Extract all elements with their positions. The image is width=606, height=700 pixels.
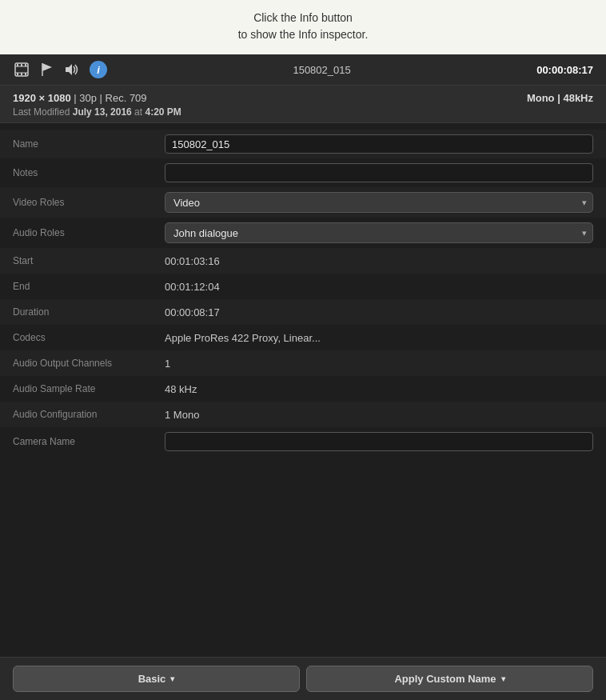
audio-sample-label: Audio Sample Rate [13,383,165,394]
flag-icon [42,62,53,77]
audio-roles-wrapper: Dialogue Music Effects John dialogue ▾ [165,222,593,243]
film-icon [14,62,29,77]
svg-marker-11 [66,64,72,75]
audio-sample-value: 48 kHz [165,383,593,395]
start-row: Start 00:01:03:16 [0,248,606,274]
duration-label: Duration [13,306,165,318]
toolbar-timecode-regular: 00:00:0 [536,64,572,76]
notes-row: Notes [0,158,606,187]
svg-rect-1 [15,66,28,73]
svg-rect-8 [21,73,22,75]
audio-output-value: 1 [165,358,593,370]
resolution: 1920 × 1080 [13,92,71,104]
duration-row: Duration 00:00:08:17 [0,299,606,325]
svg-rect-4 [17,64,18,66]
modified-label: Last Modified [13,106,73,118]
main-wrapper: Click the Info button to show the Info i… [0,0,606,700]
end-value: 00:01:12:04 [165,281,593,293]
basic-chevron-icon: ▾ [170,674,174,683]
end-row: End 00:01:12:04 [0,274,606,299]
name-row: Name [0,130,606,158]
camera-name-input[interactable] [165,432,593,451]
end-label: End [13,281,165,292]
modified-time: 4:20 PM [145,106,181,118]
start-value: 00:01:03:16 [165,255,593,267]
audio-config-label: Audio Configuration [13,409,165,420]
audio-roles-label: Audio Roles [13,227,165,238]
svg-rect-5 [21,64,22,66]
modified-date: July 13, 2016 [73,106,132,118]
meta-bar: 1920 × 1080 | 30p | Rec. 709 Mono | 48kH… [0,86,606,123]
apply-custom-name-button[interactable]: Apply Custom Name ▾ [306,666,593,692]
audio-sample-row: Audio Sample Rate 48 kHz [0,376,606,402]
speaker-icon-btn[interactable] [64,61,82,78]
audio-label: Mono | 48 [527,92,575,104]
toolbar-timecode-bold: 8:17 [572,64,593,76]
modified-at: at [132,106,146,118]
audio-suffix: kHz [575,92,593,104]
audio-config-row: Audio Configuration 1 Mono [0,402,606,427]
flag-icon-btn[interactable] [38,61,56,78]
notes-label: Notes [13,167,165,178]
info-icon-label: i [97,64,100,76]
toolbar-timecode: 00:00:08:17 [536,64,593,76]
basic-button[interactable]: Basic ▾ [13,666,300,692]
audio-roles-row: Audio Roles Dialogue Music Effects John … [0,218,606,248]
codecs-label: Codecs [13,332,165,343]
start-label: Start [13,255,165,266]
speaker-icon [65,63,81,76]
info-icon-btn[interactable]: i [90,61,107,78]
video-roles-select[interactable]: Video Title B-Roll [165,192,593,213]
camera-name-label: Camera Name [13,436,165,447]
name-input[interactable] [165,134,593,154]
audio-spec: Mono | 48kHz [527,92,593,104]
audio-output-row: Audio Output Channels 1 [0,350,606,376]
duration-value: 00:00:08:17 [165,306,593,318]
tooltip-area: Click the Info button to show the Info i… [0,0,606,54]
tooltip-line2: to show the Info inspector. [238,28,369,41]
info-table: Name Notes Video Roles Video Title B-Rol… [0,123,606,456]
bottom-bar: Basic ▾ Apply Custom Name ▾ [0,657,606,700]
codecs-value: Apple ProRes 422 Proxy, Linear... [165,332,593,344]
svg-rect-9 [25,73,26,75]
basic-label: Basic [138,673,166,685]
meta-line1: 1920 × 1080 | 30p | Rec. 709 Mono | 48kH… [13,92,593,104]
audio-roles-select[interactable]: Dialogue Music Effects John dialogue [165,222,593,243]
audio-output-label: Audio Output Channels [13,358,165,369]
camera-name-row: Camera Name [0,427,606,456]
audio-config-value: 1 Mono [165,409,593,421]
toolbar: i 150802_015 00:00:08:17 [0,54,606,86]
meta-line2: Last Modified July 13, 2016 at 4:20 PM [13,106,593,118]
name-label: Name [13,138,165,150]
tooltip-line1: Click the Info button [253,11,353,24]
codecs-row: Codecs Apple ProRes 422 Proxy, Linear... [0,325,606,350]
notes-input[interactable] [165,163,593,182]
film-icon-btn[interactable] [13,61,30,78]
toolbar-title: 150802_015 [115,64,528,76]
video-roles-row: Video Roles Video Title B-Roll ▾ [0,187,606,218]
specs: | 30p | Rec. 709 [71,92,147,104]
svg-rect-6 [25,64,26,66]
apply-chevron-icon: ▾ [501,674,505,683]
svg-rect-7 [17,73,18,75]
apply-label: Apply Custom Name [394,673,496,685]
video-roles-wrapper: Video Title B-Roll ▾ [165,192,593,213]
video-roles-label: Video Roles [13,197,165,208]
